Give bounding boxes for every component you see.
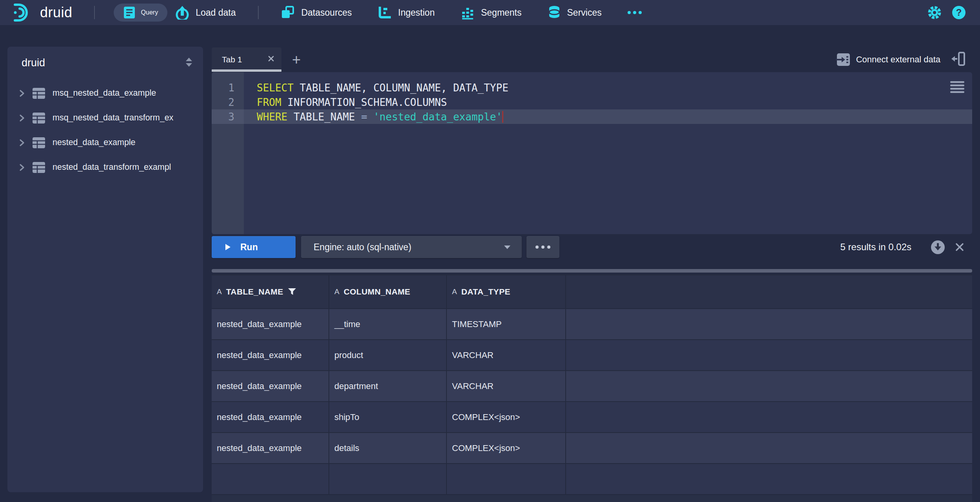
sql-keyword: FROM <box>257 96 281 108</box>
nav-group: Datasources Ingestion Segments <box>281 5 641 20</box>
schema-selector[interactable]: druid <box>7 47 203 69</box>
open-panel-left-icon[interactable] <box>951 51 966 68</box>
table-cell[interactable]: nested_data_example <box>212 309 329 339</box>
table-cell[interactable]: product <box>329 340 447 370</box>
upload-icon <box>175 5 189 20</box>
results-table: A TABLE_NAME A COLUMN_NAME A DATA_TYPE n… <box>212 275 972 502</box>
schema-sidebar: druid msq_nested_data_example msq <box>7 47 203 492</box>
play-icon <box>225 244 231 251</box>
chevron-right-icon[interactable] <box>18 138 25 147</box>
sql-keyword: WHERE <box>257 111 287 123</box>
nav-load-data[interactable]: Load data <box>175 5 236 20</box>
table-cell[interactable]: COMPLEX<json> <box>447 433 566 463</box>
nav-datasources-label: Datasources <box>301 7 352 18</box>
table-icon <box>32 87 45 99</box>
string-type-icon: A <box>217 287 222 296</box>
table-cell[interactable]: shipTo <box>329 402 447 432</box>
svg-text:?: ? <box>956 7 962 18</box>
logo-text: druid <box>40 4 73 21</box>
filter-funnel-icon[interactable] <box>288 288 296 296</box>
text-cursor <box>502 111 503 123</box>
engine-select-button[interactable]: Engine: auto (sql-native) <box>301 236 522 258</box>
tab-1[interactable]: Tab 1 <box>212 47 281 71</box>
close-results-icon[interactable] <box>955 242 964 253</box>
code-line-1[interactable]: 1 SELECT TABLE_NAME, COLUMN_NAME, DATA_T… <box>212 80 972 95</box>
table-cell[interactable]: TIMESTAMP <box>447 309 566 339</box>
table-cell[interactable]: nested_data_example <box>212 371 329 401</box>
top-navbar: druid Query Load data Datasources <box>0 0 980 25</box>
nav-datasources[interactable]: Datasources <box>281 5 352 20</box>
column-header-data-type[interactable]: A DATA_TYPE <box>447 275 566 308</box>
nav-more-icon[interactable] <box>628 11 642 14</box>
nav-ingestion-label: Ingestion <box>398 7 435 18</box>
connect-external-data-button[interactable]: Connect external data <box>836 47 966 71</box>
nav-segments-label: Segments <box>481 7 522 18</box>
table-cell[interactable]: nested_data_example <box>212 402 329 432</box>
new-tab-button[interactable]: + <box>288 51 305 68</box>
nav-services-label: Services <box>567 7 602 18</box>
table-cell[interactable]: nested_data_example <box>212 340 329 370</box>
table-cell[interactable]: __time <box>329 309 447 339</box>
code-line-2[interactable]: 2 FROM INFORMATION_SCHEMA.COLUMNS <box>212 95 972 109</box>
tree-item-table[interactable]: nested_data_transform_exampl <box>7 155 203 180</box>
tree-item-table[interactable]: nested_data_example <box>7 130 203 155</box>
table-cell[interactable]: COMPLEX<json> <box>447 402 566 432</box>
run-button[interactable]: Run <box>212 236 296 258</box>
table-name: msq_nested_data_transform_ex <box>53 113 173 123</box>
nav-query[interactable]: Query <box>114 4 168 22</box>
gear-icon[interactable] <box>927 5 942 20</box>
splitter-handle[interactable] <box>212 269 972 273</box>
run-bar: Run Engine: auto (sql-native) 5 results … <box>212 236 972 258</box>
table-row: nested_data_example shipTo COMPLEX<json> <box>212 402 972 433</box>
tree-item-table[interactable]: msq_nested_data_example <box>7 81 203 105</box>
table-row-empty <box>212 464 972 495</box>
druid-logo[interactable]: druid <box>13 2 73 23</box>
nav-services[interactable]: Services <box>548 5 602 20</box>
table-cell[interactable]: details <box>329 433 447 463</box>
table-icon <box>32 137 45 149</box>
sql-string: 'nested_data_example' <box>367 111 502 123</box>
sql-keyword: SELECT <box>257 82 294 94</box>
nav-segments[interactable]: Segments <box>461 5 522 20</box>
services-database-icon <box>548 5 561 20</box>
caret-down-icon <box>504 245 511 249</box>
double-caret-sort-icon[interactable] <box>185 58 192 69</box>
table-cell[interactable]: department <box>329 371 447 401</box>
download-results-icon[interactable] <box>931 240 945 256</box>
table-cell[interactable]: VARCHAR <box>447 371 566 401</box>
chevron-right-icon[interactable] <box>18 163 25 172</box>
code-line-3[interactable]: 3 WHERE TABLE_NAME = 'nested_data_exampl… <box>212 109 972 124</box>
schema-title: druid <box>22 57 45 69</box>
query-more-button[interactable] <box>526 236 559 258</box>
query-document-icon <box>123 6 136 19</box>
nav-ingestion[interactable]: Ingestion <box>378 5 435 20</box>
table-icon <box>32 162 45 173</box>
help-icon[interactable]: ? <box>951 5 967 20</box>
chevron-right-icon[interactable] <box>18 114 25 122</box>
horizontal-scrollbar-track[interactable] <box>212 495 972 502</box>
ingestion-icon <box>378 5 392 20</box>
navbar-divider <box>258 6 259 19</box>
datasources-icon <box>281 5 295 20</box>
tab-close-icon[interactable] <box>268 55 274 64</box>
table-cell[interactable]: VARCHAR <box>447 340 566 370</box>
segments-icon <box>461 5 475 20</box>
table-name: nested_data_transform_exampl <box>53 162 171 172</box>
chevron-right-icon[interactable] <box>18 89 25 98</box>
line-number: 3 <box>212 111 244 123</box>
tab-label: Tab 1 <box>222 55 268 64</box>
column-header-column-name[interactable]: A COLUMN_NAME <box>329 275 447 308</box>
editor-menu-icon[interactable] <box>950 81 964 95</box>
table-icon <box>32 112 45 124</box>
results-header-row: A TABLE_NAME A COLUMN_NAME A DATA_TYPE <box>212 275 972 309</box>
engine-label: Engine: auto (sql-native) <box>314 242 411 253</box>
table-cell[interactable]: nested_data_example <box>212 433 329 463</box>
sql-editor[interactable]: 1 SELECT TABLE_NAME, COLUMN_NAME, DATA_T… <box>212 72 972 234</box>
table-name: msq_nested_data_example <box>53 88 156 98</box>
druid-logo-icon <box>13 2 34 23</box>
string-type-icon: A <box>334 287 339 296</box>
line-number: 2 <box>212 96 244 108</box>
column-header-table-name[interactable]: A TABLE_NAME <box>212 275 329 308</box>
tree-item-table[interactable]: msq_nested_data_transform_ex <box>7 105 203 130</box>
active-tab-underline <box>212 69 281 72</box>
